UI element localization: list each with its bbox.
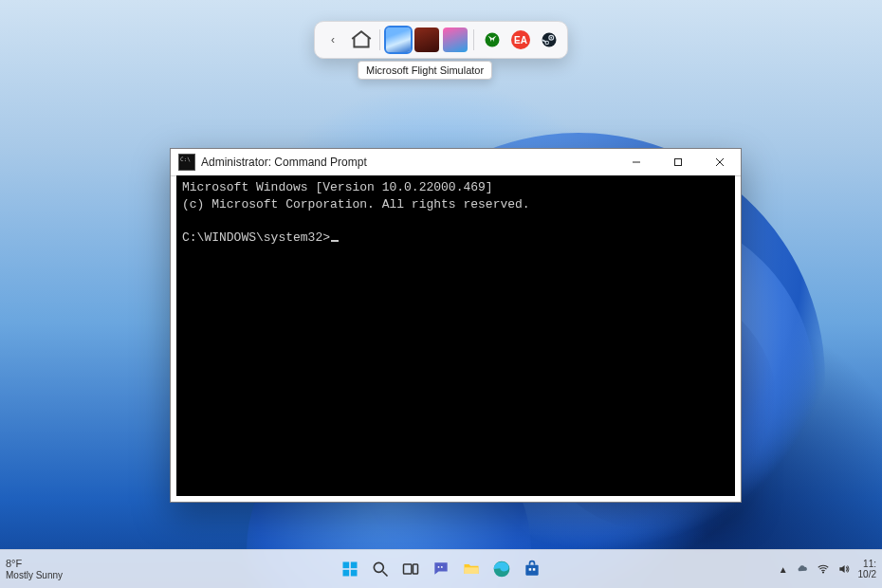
steam-icon[interactable] (537, 28, 561, 52)
terminal-body[interactable]: Microsoft Windows [Version 10.0.22000.46… (176, 175, 735, 496)
svg-rect-15 (404, 564, 412, 574)
game-thumb-2[interactable] (414, 28, 439, 52)
wifi-icon[interactable] (817, 562, 830, 576)
svg-rect-23 (533, 568, 536, 571)
svg-rect-11 (343, 570, 350, 577)
svg-point-17 (438, 566, 440, 568)
xbox-icon[interactable] (480, 28, 505, 52)
minimize-button[interactable] (616, 149, 657, 175)
maximize-button[interactable] (657, 149, 699, 175)
terminal-prompt: C:\WINDOWS\system32> (182, 230, 330, 245)
svg-point-3 (550, 37, 552, 39)
taskbar-center (338, 557, 544, 581)
window-title: Administrator: Command Prompt (201, 156, 367, 169)
svg-point-13 (374, 562, 383, 572)
taskview-button[interactable] (398, 557, 423, 581)
show-hidden-icons-button[interactable]: ▲ (779, 564, 788, 575)
svg-rect-10 (351, 562, 358, 569)
file-explorer-button[interactable] (459, 557, 484, 581)
svg-point-1 (542, 33, 557, 47)
back-button[interactable]: ‹ (321, 28, 345, 52)
svg-rect-19 (465, 567, 479, 574)
ea-icon[interactable]: EA (508, 28, 533, 52)
start-button[interactable] (338, 557, 362, 581)
cursor-icon (331, 240, 339, 242)
svg-line-14 (383, 572, 388, 577)
clock-date: 10/2 (858, 569, 876, 579)
command-prompt-window: Administrator: Command Prompt Microsoft … (170, 148, 742, 503)
game-thumb-flight-sim[interactable] (386, 28, 411, 52)
edge-button[interactable] (489, 557, 514, 581)
weather-desc: Mostly Sunny (6, 570, 63, 581)
store-button[interactable] (520, 557, 544, 581)
separator (473, 29, 474, 50)
close-button[interactable] (699, 149, 741, 175)
svg-point-18 (441, 566, 443, 568)
svg-rect-16 (413, 564, 418, 574)
titlebar[interactable]: Administrator: Command Prompt (171, 149, 741, 176)
cmd-icon (178, 154, 195, 171)
clock[interactable]: 11: 10/2 (858, 559, 876, 579)
system-tray: ▲ 11: 10/2 (779, 550, 876, 588)
game-thumb-3[interactable] (443, 28, 468, 52)
game-tooltip: Microsoft Flight Simulator (358, 61, 492, 80)
terminal-line: Microsoft Windows [Version 10.0.22000.46… (182, 180, 493, 194)
terminal-line: (c) Microsoft Corporation. All rights re… (182, 197, 530, 211)
onedrive-icon[interactable] (796, 562, 809, 576)
weather-temp: 8°F (6, 558, 63, 570)
desktop: ‹ EA Microsoft Flight Simulator Administ… (0, 0, 882, 588)
svg-point-24 (822, 572, 823, 573)
svg-rect-12 (351, 570, 358, 577)
clock-time: 11: (863, 559, 876, 569)
game-bar: ‹ EA (314, 21, 568, 59)
svg-rect-21 (525, 565, 538, 576)
svg-point-0 (486, 33, 500, 47)
weather-widget[interactable]: 8°F Mostly Sunny (6, 550, 63, 588)
home-button[interactable] (349, 28, 374, 52)
volume-icon[interactable] (837, 562, 851, 576)
svg-rect-22 (529, 568, 532, 571)
chat-button[interactable] (429, 557, 453, 581)
svg-rect-6 (675, 159, 682, 166)
taskbar: 8°F Mostly Sunny (0, 549, 882, 588)
search-button[interactable] (368, 557, 393, 581)
svg-rect-9 (343, 562, 350, 569)
separator (379, 29, 380, 50)
